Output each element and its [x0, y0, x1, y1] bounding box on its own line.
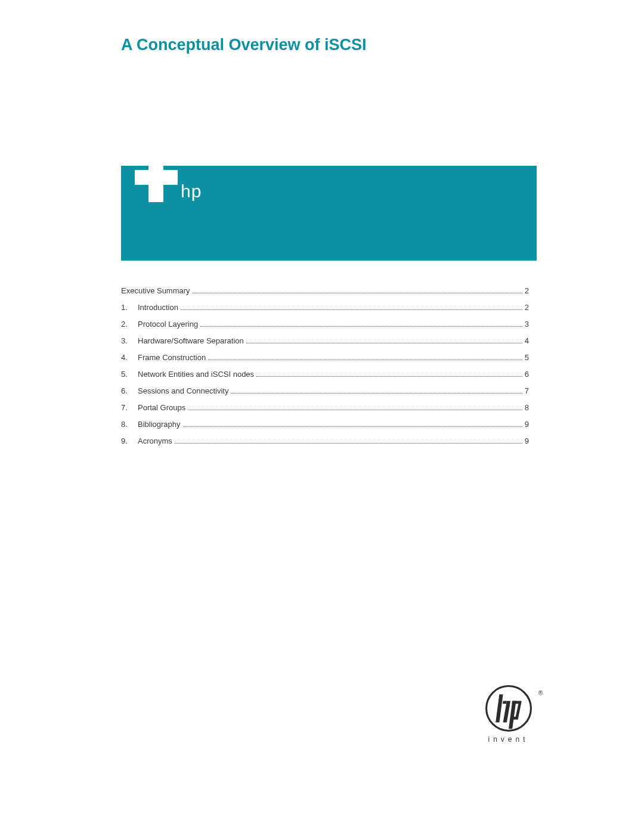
toc-page-number: 4: [525, 336, 529, 345]
toc-leader-dots: [181, 304, 522, 310]
hp-logo-icon: [485, 685, 532, 732]
table-of-contents: Executive Summary 2 1. Introduction 2 2.…: [121, 286, 529, 453]
toc-label: Network Entities and iSCSI nodes: [138, 370, 254, 379]
toc-entry[interactable]: 5. Network Entities and iSCSI nodes 6: [121, 370, 529, 379]
toc-page-number: 3: [525, 320, 529, 329]
toc-page-number: 2: [525, 303, 529, 312]
toc-entry[interactable]: 4. Frame Construction 5: [121, 353, 529, 362]
toc-leader-dots: [208, 354, 522, 360]
toc-number: 9.: [121, 436, 138, 445]
toc-leader-dots: [231, 387, 522, 394]
toc-leader-dots: [200, 320, 522, 327]
toc-label: Executive Summary: [121, 286, 190, 295]
registered-mark: ®: [538, 690, 543, 696]
toc-page-number: 2: [525, 286, 529, 295]
toc-page-number: 7: [525, 386, 529, 395]
toc-page-number: 9: [525, 420, 529, 429]
toc-number: 2.: [121, 320, 138, 329]
toc-page-number: 5: [525, 353, 529, 362]
toc-number: 4.: [121, 353, 138, 362]
toc-leader-dots: [175, 437, 522, 444]
toc-number: 8.: [121, 420, 138, 429]
toc-label: Portal Groups: [138, 403, 185, 412]
toc-label: Introduction: [138, 303, 178, 312]
toc-page-number: 6: [525, 370, 529, 379]
toc-entry[interactable]: 2. Protocol Layering 3: [121, 320, 529, 329]
page-title: A Conceptual Overview of iSCSI: [121, 36, 367, 54]
toc-label: Sessions and Connectivity: [138, 386, 228, 395]
document-page: A Conceptual Overview of iSCSI hp Execut…: [0, 0, 644, 833]
toc-entry[interactable]: 3. Hardware/Software Separation 4: [121, 336, 529, 345]
toc-label: Hardware/Software Separation: [138, 336, 244, 345]
toc-leader-dots: [188, 404, 522, 410]
toc-label: Frame Construction: [138, 353, 206, 362]
toc-entry-executive-summary[interactable]: Executive Summary 2: [121, 286, 529, 295]
toc-entry[interactable]: 8. Bibliography 9: [121, 420, 529, 429]
toc-number: 5.: [121, 370, 138, 379]
toc-number: 3.: [121, 336, 138, 345]
toc-entry[interactable]: 9. Acronyms 9: [121, 436, 529, 445]
toc-leader-dots: [183, 420, 522, 427]
toc-entry[interactable]: 7. Portal Groups 8: [121, 403, 529, 412]
toc-number: 1.: [121, 303, 138, 312]
toc-leader-dots: [193, 287, 522, 293]
hp-tagline: invent: [480, 735, 537, 744]
toc-leader-dots: [256, 370, 522, 377]
brand-banner: hp: [121, 166, 537, 261]
toc-entry[interactable]: 6. Sessions and Connectivity 7: [121, 386, 529, 395]
toc-number: 7.: [121, 403, 138, 412]
toc-entry[interactable]: 1. Introduction 2: [121, 303, 529, 312]
toc-page-number: 8: [525, 403, 529, 412]
toc-leader-dots: [246, 337, 522, 343]
toc-number: 6.: [121, 386, 138, 395]
brand-text: hp: [181, 181, 202, 202]
hp-invent-logo: ® invent: [480, 685, 537, 744]
plus-icon: [135, 153, 178, 196]
toc-label: Acronyms: [138, 436, 172, 445]
toc-page-number: 9: [525, 436, 529, 445]
toc-label: Bibliography: [138, 420, 181, 429]
toc-label: Protocol Layering: [138, 320, 198, 329]
